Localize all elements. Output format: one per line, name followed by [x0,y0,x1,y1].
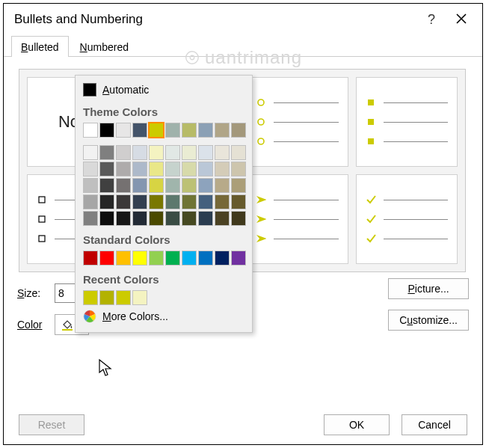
paint-bucket-icon [61,318,74,331]
close-button[interactable] [446,13,476,26]
color-swatch[interactable] [215,251,230,266]
color-swatch[interactable] [165,251,180,266]
preview-square[interactable] [356,77,458,167]
color-swatch[interactable] [132,145,147,160]
color-swatch[interactable] [83,251,98,266]
color-swatch[interactable] [231,194,246,209]
color-swatch[interactable] [83,162,98,177]
color-swatch[interactable] [215,123,230,138]
theme-color-row [81,121,246,139]
theme-colors-label: Theme Colors [81,99,246,121]
color-swatch[interactable] [231,178,246,193]
color-swatch[interactable] [165,211,180,226]
color-swatch[interactable] [198,162,213,177]
recent-colors-row [81,289,246,307]
color-swatch[interactable] [83,123,98,138]
color-swatch[interactable] [215,162,230,177]
color-swatch[interactable] [198,211,213,226]
color-swatch[interactable] [132,290,147,305]
color-swatch[interactable] [83,194,98,209]
color-swatch[interactable] [99,162,114,177]
color-swatch[interactable] [215,211,230,226]
color-swatch[interactable] [116,251,131,266]
color-swatch[interactable] [182,211,197,226]
color-swatch[interactable] [165,162,180,177]
svg-point-6 [258,119,264,125]
color-swatch[interactable] [165,178,180,193]
color-swatch[interactable] [149,145,164,160]
color-swatch[interactable] [116,145,131,160]
customize-button[interactable]: Customize... [388,310,469,331]
color-swatch[interactable] [99,123,114,138]
color-swatch[interactable] [149,251,164,266]
color-swatch[interactable] [231,145,246,160]
svg-rect-13 [39,236,45,242]
color-swatch[interactable] [83,290,98,305]
color-swatch[interactable] [198,123,213,138]
color-swatch[interactable] [132,194,147,209]
more-colors-option[interactable]: More Colors... [81,307,246,326]
color-swatch[interactable] [99,211,114,226]
color-swatch[interactable] [182,251,197,266]
color-swatch[interactable] [182,162,197,177]
standard-colors-row [81,249,246,267]
color-swatch[interactable] [198,194,213,209]
color-swatch[interactable] [99,194,114,209]
color-swatch[interactable] [132,162,147,177]
automatic-option[interactable]: Automatic [81,80,246,99]
color-swatch[interactable] [165,123,180,138]
color-swatch[interactable] [165,194,180,209]
color-swatch[interactable] [215,145,230,160]
preview-circle[interactable] [246,77,348,167]
color-swatch[interactable] [116,211,131,226]
color-swatch[interactable] [116,123,131,138]
color-swatch[interactable] [149,194,164,209]
ok-button[interactable]: OK [324,414,390,435]
cancel-button[interactable]: Cancel [402,414,467,435]
preview-check[interactable] [356,174,458,264]
color-swatch[interactable] [149,123,164,138]
color-swatch[interactable] [116,290,131,305]
color-swatch[interactable] [99,145,114,160]
color-swatch[interactable] [231,162,246,177]
color-swatch[interactable] [99,290,114,305]
svg-rect-8 [368,99,374,105]
color-swatch[interactable] [149,211,164,226]
color-swatch[interactable] [231,251,246,266]
tab-numbered[interactable]: Numbered [70,36,138,57]
help-button[interactable]: ? [416,12,446,28]
color-swatch[interactable] [231,123,246,138]
color-swatch[interactable] [132,123,147,138]
color-swatch[interactable] [149,178,164,193]
color-swatch[interactable] [182,194,197,209]
picture-button[interactable]: Picture... [388,278,469,299]
color-swatch[interactable] [116,178,131,193]
color-swatch[interactable] [215,178,230,193]
reset-button[interactable]: Reset [19,414,84,435]
tab-bulleted[interactable]: Bulleted [11,36,69,57]
color-swatch[interactable] [231,211,246,226]
color-label: Color [17,319,50,331]
color-swatch[interactable] [132,251,147,266]
color-swatch[interactable] [182,123,197,138]
color-swatch[interactable] [99,178,114,193]
color-swatch[interactable] [116,194,131,209]
color-swatch[interactable] [215,194,230,209]
color-swatch[interactable] [149,162,164,177]
color-swatch[interactable] [99,251,114,266]
color-swatch[interactable] [116,162,131,177]
color-swatch[interactable] [182,145,197,160]
color-swatch[interactable] [83,211,98,226]
color-swatch[interactable] [83,178,98,193]
color-swatch[interactable] [132,178,147,193]
color-swatch[interactable] [165,145,180,160]
preview-arrow[interactable] [246,174,348,264]
color-swatch[interactable] [182,178,197,193]
color-swatch[interactable] [132,211,147,226]
color-swatch[interactable] [83,145,98,160]
color-swatch[interactable] [198,251,213,266]
color-picker-popup[interactable]: Automatic Theme Colors Standard Colors R… [75,75,253,333]
color-swatch[interactable] [198,178,213,193]
standard-colors-label: Standard Colors [81,227,246,249]
color-swatch[interactable] [198,145,213,160]
